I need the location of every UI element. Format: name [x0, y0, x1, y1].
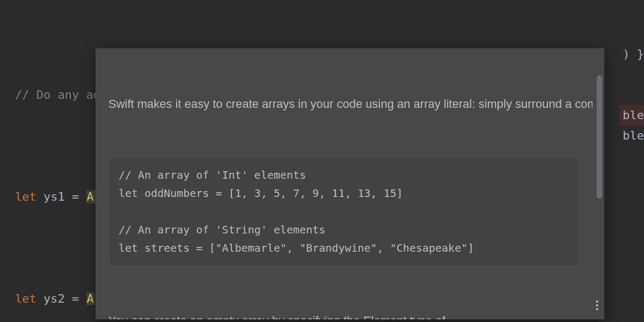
code-frag-right: ble	[619, 126, 644, 146]
op-eq: =	[72, 190, 79, 203]
more-actions-button[interactable]	[591, 298, 602, 313]
quick-doc-popup[interactable]: Swift makes it easy to create arrays in …	[96, 48, 604, 319]
svg-point-0	[596, 301, 598, 303]
ident	[36, 190, 43, 203]
code-end-brace: ) }	[619, 44, 644, 64]
more-vertical-icon	[596, 300, 598, 311]
scrollbar-thumb[interactable]	[597, 75, 602, 199]
ident-ys2: ys2	[43, 292, 65, 305]
svg-point-1	[596, 304, 598, 306]
keyword-let: let	[15, 292, 36, 305]
op-eq: =	[72, 292, 79, 305]
keyword-let: let	[15, 190, 36, 203]
svg-point-2	[596, 308, 598, 310]
code-editor[interactable]: // Do any additional setup after loading…	[0, 0, 644, 322]
ident-ys1: ys1	[43, 190, 65, 203]
quick-doc-content[interactable]: Swift makes it easy to create arrays in …	[96, 48, 592, 319]
doc-paragraph: Swift makes it easy to create arrays in …	[108, 96, 580, 113]
code-frag-right: ble	[619, 105, 644, 126]
type-Array-partial: A	[86, 292, 94, 305]
doc-paragraph: You can create an empty array by specify…	[108, 312, 580, 319]
doc-code-block: // An array of 'Int' elements let oddNum…	[108, 157, 580, 266]
